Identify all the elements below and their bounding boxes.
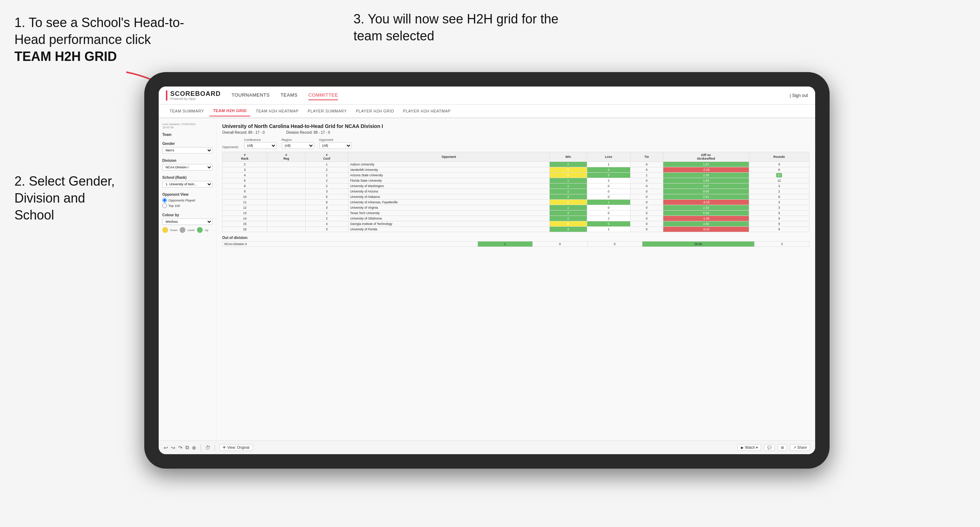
col-rank: #Rank xyxy=(223,152,267,162)
share-button[interactable]: ↗ Share xyxy=(790,444,810,451)
cell-reg xyxy=(267,205,305,211)
cell-diff: 3.67 xyxy=(663,184,749,189)
opponent-filter: Opponent (All) xyxy=(319,138,352,149)
cell-rank: 13 xyxy=(223,211,267,216)
cell-conf: 1 xyxy=(305,211,348,216)
out-tie: 0 xyxy=(587,241,642,247)
division-section: Division NCAA Division I xyxy=(162,159,212,170)
cell-rank: 12 xyxy=(223,205,267,211)
sub-nav-player-summary[interactable]: PLAYER SUMMARY xyxy=(304,106,351,116)
cell-conf: 2 xyxy=(305,184,348,189)
colour-label-level: Level xyxy=(188,229,194,232)
cell-rounds: 3 xyxy=(749,200,810,205)
cell-win: 1 xyxy=(549,178,587,184)
cell-win: 0 xyxy=(549,173,587,178)
col-reg: #Reg xyxy=(267,152,305,162)
content-area: Last Updated: 27/03/2024 16:55:38 Team G… xyxy=(159,118,815,440)
cell-tie: 0 xyxy=(630,221,663,227)
cell-reg xyxy=(267,200,305,205)
filter-row: Opponents: Conference (All) Region (All) xyxy=(222,138,810,149)
opponent-select[interactable]: (All) xyxy=(319,142,352,149)
undo-icon[interactable]: ↩ xyxy=(164,445,168,451)
sub-nav-team-h2h-heatmap[interactable]: TEAM H2H HEATMAP xyxy=(252,106,302,116)
division-select[interactable]: NCAA Division I xyxy=(162,164,212,170)
main-grid: University of North Carolina Head-to-Hea… xyxy=(216,118,815,440)
cell-conf: 3 xyxy=(305,205,348,211)
cell-win: 0 xyxy=(549,167,587,173)
grid-button[interactable]: ⊞ xyxy=(778,444,787,451)
sign-out-link[interactable]: | Sign out xyxy=(790,93,808,98)
cell-diff: 9.00 xyxy=(663,189,749,194)
cell-tie: 0 xyxy=(630,216,663,221)
sub-nav-team-summary[interactable]: TEAM SUMMARY xyxy=(166,106,208,116)
school-select[interactable]: 1. University of Nort... xyxy=(162,181,212,187)
timestamp: Last Updated: 27/03/2024 16:55:38 xyxy=(162,122,212,129)
nav-tournaments[interactable]: TOURNAMENTS xyxy=(232,90,270,100)
tablet-screen: SCOREBOARD Powered by clippi TOURNAMENTS… xyxy=(159,87,815,454)
colour-dot-down xyxy=(162,227,168,233)
cell-rounds: 8 xyxy=(749,194,810,200)
sub-nav-team-h2h-grid[interactable]: TEAM H2H GRID xyxy=(210,106,250,116)
cell-conf: 3 xyxy=(305,227,348,232)
cell-rounds: 8 xyxy=(749,167,810,173)
division-record: Division Record: 88 - 17 - 0 xyxy=(286,130,330,135)
cell-diff: -6.42 xyxy=(663,227,749,232)
region-label: Region xyxy=(282,138,314,142)
conference-filter: Conference (All) xyxy=(244,138,277,149)
radio-opponents-played[interactable]: Opponents Played xyxy=(162,198,212,203)
cell-win: 3 xyxy=(549,211,587,216)
divider-1 xyxy=(200,444,201,451)
redo-icon[interactable]: ↪ xyxy=(171,445,175,451)
cell-loss: 0 xyxy=(587,189,630,194)
cell-rounds: 9 xyxy=(749,227,810,232)
cell-loss: 0 xyxy=(587,184,630,189)
forward-icon[interactable]: ↷ xyxy=(178,445,183,451)
cell-opponent: Arizona State University xyxy=(348,173,549,178)
cell-loss: 1 xyxy=(587,162,630,167)
cell-loss: 4 xyxy=(587,167,630,173)
cell-reg xyxy=(267,221,305,227)
out-diff: 26.00 xyxy=(642,241,754,247)
school-section: School (Rank) 1. University of Nort... xyxy=(162,176,212,187)
tablet-frame: SCOREBOARD Powered by clippi TOURNAMENTS… xyxy=(144,72,830,468)
cell-tie: 0 xyxy=(630,184,663,189)
cell-diff: -1.00 xyxy=(663,216,749,221)
radio-top100[interactable]: Top 100 xyxy=(162,203,212,208)
left-panel: Last Updated: 27/03/2024 16:55:38 Team G… xyxy=(159,118,216,440)
opponent-label: Opponent xyxy=(319,138,352,142)
cell-diff: 2.33 xyxy=(663,205,749,211)
cell-tie: 0 xyxy=(630,178,663,184)
out-loss: 0 xyxy=(532,241,587,247)
grid-title: University of North Carolina Head-to-Hea… xyxy=(222,123,810,129)
ann1-bold: TEAM H2H GRID xyxy=(14,49,117,64)
comment-button[interactable]: 💬 xyxy=(764,444,775,451)
cell-rounds: 9 xyxy=(749,162,810,167)
paste-icon[interactable]: ⊕ xyxy=(192,445,196,451)
conference-select[interactable]: (All) xyxy=(244,142,277,149)
cell-conf: 4 xyxy=(305,221,348,227)
out-of-division: Out of division NCAA Division II 1 0 0 2… xyxy=(222,236,810,247)
clock-icon[interactable]: ⏱ xyxy=(205,445,210,451)
cell-loss: 2 xyxy=(587,178,630,184)
nav-teams[interactable]: TEAMS xyxy=(281,90,298,100)
cell-tie: 0 xyxy=(630,200,663,205)
cell-opponent: University of Oklahoma xyxy=(348,216,549,221)
colour-by-select[interactable]: Win/loss xyxy=(162,218,212,225)
region-select[interactable]: (All) xyxy=(282,142,314,149)
sub-nav-player-h2h-grid[interactable]: PLAYER H2H GRID xyxy=(352,106,398,116)
nav-committee[interactable]: COMMITTEE xyxy=(309,90,338,100)
view-original-button[interactable]: 👁 View: Original xyxy=(219,444,253,451)
table-row: 16 3 University of Florida 3 1 0 -6.42 9 xyxy=(223,227,810,232)
cell-opponent: Texas Tech University xyxy=(348,211,549,216)
gender-select[interactable]: Men's xyxy=(162,147,212,154)
watch-button[interactable]: ▶ Watch ▾ xyxy=(738,444,761,451)
ann2-line3: School xyxy=(14,208,54,222)
radio-opponents-played-input[interactable] xyxy=(162,198,167,203)
cell-diff: 2.29 xyxy=(663,173,749,178)
copy-icon[interactable]: ⧉ xyxy=(185,444,189,451)
radio-top100-input[interactable] xyxy=(162,203,167,208)
table-row: 4 1 Arizona State University 0 5 1 2.29 … xyxy=(223,173,810,178)
sub-nav-player-h2h-heatmap[interactable]: PLAYER H2H HEATMAP xyxy=(399,106,454,116)
cell-loss: 2 xyxy=(587,216,630,221)
table-row: 2 1 Auburn University 2 1 0 1.67 9 xyxy=(223,162,810,167)
